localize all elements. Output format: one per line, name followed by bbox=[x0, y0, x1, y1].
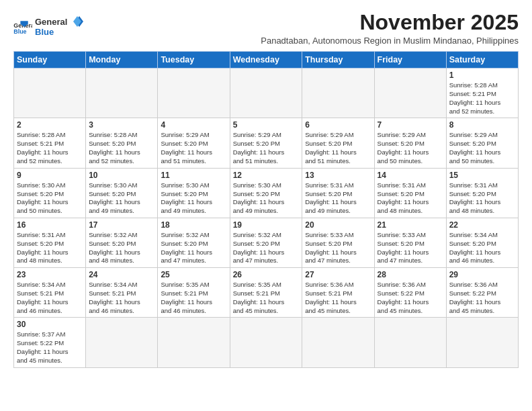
day-number: 5 bbox=[233, 120, 300, 130]
calendar-cell: 25Sunrise: 5:35 AM Sunset: 5:21 PM Dayli… bbox=[158, 268, 230, 318]
day-info: Sunrise: 5:30 AM Sunset: 5:20 PM Dayligh… bbox=[233, 181, 300, 216]
weekday-header-friday: Friday bbox=[374, 52, 446, 68]
day-number: 12 bbox=[233, 171, 300, 180]
logo: General Blue General Blue bbox=[13, 15, 83, 42]
calendar-cell: 3Sunrise: 5:28 AM Sunset: 5:20 PM Daylig… bbox=[86, 118, 158, 168]
calendar-week-1: 1Sunrise: 5:28 AM Sunset: 5:21 PM Daylig… bbox=[14, 68, 519, 118]
month-title: November 2025 bbox=[261, 11, 519, 34]
title-area: November 2025 Panadtaban, Autonomous Reg… bbox=[261, 11, 519, 46]
calendar-cell bbox=[374, 318, 446, 367]
weekday-header-thursday: Thursday bbox=[302, 52, 374, 68]
svg-text:Blue: Blue bbox=[13, 28, 26, 35]
calendar-cell: 1Sunrise: 5:28 AM Sunset: 5:21 PM Daylig… bbox=[446, 68, 518, 118]
day-info: Sunrise: 5:29 AM Sunset: 5:20 PM Dayligh… bbox=[449, 131, 515, 165]
weekday-header-sunday: Sunday bbox=[14, 52, 86, 68]
day-info: Sunrise: 5:30 AM Sunset: 5:20 PM Dayligh… bbox=[89, 181, 154, 216]
calendar-cell: 24Sunrise: 5:34 AM Sunset: 5:21 PM Dayli… bbox=[86, 268, 158, 318]
day-info: Sunrise: 5:36 AM Sunset: 5:21 PM Dayligh… bbox=[305, 281, 371, 315]
day-number: 2 bbox=[17, 120, 83, 130]
weekday-header-tuesday: Tuesday bbox=[158, 52, 230, 68]
weekday-header-row: SundayMondayTuesdayWednesdayThursdayFrid… bbox=[14, 52, 519, 68]
svg-text:Blue: Blue bbox=[35, 27, 54, 37]
day-info: Sunrise: 5:36 AM Sunset: 5:22 PM Dayligh… bbox=[449, 281, 515, 315]
day-number: 18 bbox=[161, 220, 226, 230]
header: General Blue General Blue November 2025 … bbox=[13, 11, 519, 46]
calendar-cell: 5Sunrise: 5:29 AM Sunset: 5:20 PM Daylig… bbox=[230, 118, 302, 168]
day-info: Sunrise: 5:34 AM Sunset: 5:21 PM Dayligh… bbox=[17, 281, 83, 315]
calendar-cell: 23Sunrise: 5:34 AM Sunset: 5:21 PM Dayli… bbox=[14, 268, 86, 318]
calendar-cell bbox=[446, 318, 518, 367]
calendar-cell: 26Sunrise: 5:35 AM Sunset: 5:21 PM Dayli… bbox=[230, 268, 302, 318]
calendar-week-5: 23Sunrise: 5:34 AM Sunset: 5:21 PM Dayli… bbox=[14, 268, 519, 318]
day-number: 16 bbox=[17, 220, 83, 230]
day-info: Sunrise: 5:33 AM Sunset: 5:20 PM Dayligh… bbox=[305, 231, 371, 265]
day-number: 1 bbox=[449, 71, 515, 80]
day-info: Sunrise: 5:28 AM Sunset: 5:20 PM Dayligh… bbox=[89, 131, 154, 165]
day-info: Sunrise: 5:33 AM Sunset: 5:20 PM Dayligh… bbox=[378, 231, 443, 265]
day-info: Sunrise: 5:30 AM Sunset: 5:20 PM Dayligh… bbox=[161, 181, 226, 216]
calendar-cell: 19Sunrise: 5:32 AM Sunset: 5:20 PM Dayli… bbox=[230, 218, 302, 267]
calendar-cell: 9Sunrise: 5:30 AM Sunset: 5:20 PM Daylig… bbox=[14, 168, 86, 218]
day-number: 22 bbox=[449, 220, 515, 230]
calendar-cell bbox=[302, 318, 374, 367]
calendar-cell: 14Sunrise: 5:31 AM Sunset: 5:20 PM Dayli… bbox=[374, 168, 446, 218]
subtitle: Panadtaban, Autonomous Region in Muslim … bbox=[261, 36, 519, 46]
day-number: 19 bbox=[233, 220, 300, 230]
day-number: 24 bbox=[89, 270, 154, 279]
day-number: 21 bbox=[378, 220, 443, 230]
logo-icon: General Blue bbox=[13, 21, 32, 36]
day-info: Sunrise: 5:32 AM Sunset: 5:20 PM Dayligh… bbox=[161, 231, 226, 265]
weekday-header-wednesday: Wednesday bbox=[230, 52, 302, 68]
day-info: Sunrise: 5:34 AM Sunset: 5:20 PM Dayligh… bbox=[449, 231, 515, 265]
calendar-cell: 13Sunrise: 5:31 AM Sunset: 5:20 PM Dayli… bbox=[302, 168, 374, 218]
day-info: Sunrise: 5:31 AM Sunset: 5:20 PM Dayligh… bbox=[449, 181, 515, 216]
day-number: 8 bbox=[449, 120, 515, 130]
calendar-cell: 10Sunrise: 5:30 AM Sunset: 5:20 PM Dayli… bbox=[86, 168, 158, 218]
logo-svg: General Blue bbox=[35, 15, 83, 39]
day-number: 26 bbox=[233, 270, 300, 279]
day-number: 15 bbox=[449, 171, 515, 180]
calendar-cell bbox=[86, 318, 158, 367]
day-number: 23 bbox=[17, 270, 83, 279]
calendar-cell: 27Sunrise: 5:36 AM Sunset: 5:21 PM Dayli… bbox=[302, 268, 374, 318]
calendar-cell bbox=[230, 68, 302, 118]
calendar-cell: 21Sunrise: 5:33 AM Sunset: 5:20 PM Dayli… bbox=[374, 218, 446, 267]
day-info: Sunrise: 5:35 AM Sunset: 5:21 PM Dayligh… bbox=[161, 281, 226, 315]
calendar-cell: 20Sunrise: 5:33 AM Sunset: 5:20 PM Dayli… bbox=[302, 218, 374, 267]
day-number: 6 bbox=[305, 120, 371, 130]
calendar-cell bbox=[374, 68, 446, 118]
day-number: 11 bbox=[161, 171, 226, 180]
day-info: Sunrise: 5:28 AM Sunset: 5:21 PM Dayligh… bbox=[17, 131, 83, 165]
calendar-cell: 12Sunrise: 5:30 AM Sunset: 5:20 PM Dayli… bbox=[230, 168, 302, 218]
calendar-body: 1Sunrise: 5:28 AM Sunset: 5:21 PM Daylig… bbox=[14, 68, 519, 368]
day-info: Sunrise: 5:29 AM Sunset: 5:20 PM Dayligh… bbox=[378, 131, 443, 165]
day-info: Sunrise: 5:32 AM Sunset: 5:20 PM Dayligh… bbox=[233, 231, 300, 265]
calendar-table: SundayMondayTuesdayWednesdayThursdayFrid… bbox=[13, 51, 519, 368]
day-info: Sunrise: 5:29 AM Sunset: 5:20 PM Dayligh… bbox=[305, 131, 371, 165]
calendar-week-6: 30Sunrise: 5:37 AM Sunset: 5:22 PM Dayli… bbox=[14, 318, 519, 367]
day-info: Sunrise: 5:34 AM Sunset: 5:21 PM Dayligh… bbox=[89, 281, 154, 315]
day-number: 14 bbox=[378, 171, 443, 180]
calendar-cell: 6Sunrise: 5:29 AM Sunset: 5:20 PM Daylig… bbox=[302, 118, 374, 168]
day-number: 10 bbox=[89, 171, 154, 180]
calendar-cell bbox=[158, 318, 230, 367]
calendar-cell bbox=[86, 68, 158, 118]
day-number: 27 bbox=[305, 270, 371, 279]
calendar-cell: 30Sunrise: 5:37 AM Sunset: 5:22 PM Dayli… bbox=[14, 318, 86, 367]
calendar-header: SundayMondayTuesdayWednesdayThursdayFrid… bbox=[14, 52, 519, 68]
day-number: 29 bbox=[449, 270, 515, 279]
day-info: Sunrise: 5:29 AM Sunset: 5:20 PM Dayligh… bbox=[161, 131, 226, 165]
day-info: Sunrise: 5:31 AM Sunset: 5:20 PM Dayligh… bbox=[378, 181, 443, 216]
day-info: Sunrise: 5:32 AM Sunset: 5:20 PM Dayligh… bbox=[89, 231, 154, 265]
day-number: 17 bbox=[89, 220, 154, 230]
calendar-cell: 11Sunrise: 5:30 AM Sunset: 5:20 PM Dayli… bbox=[158, 168, 230, 218]
day-number: 4 bbox=[161, 120, 226, 130]
calendar-cell: 18Sunrise: 5:32 AM Sunset: 5:20 PM Dayli… bbox=[158, 218, 230, 267]
svg-text:General: General bbox=[35, 17, 67, 27]
calendar-cell: 4Sunrise: 5:29 AM Sunset: 5:20 PM Daylig… bbox=[158, 118, 230, 168]
calendar-cell: 28Sunrise: 5:36 AM Sunset: 5:22 PM Dayli… bbox=[374, 268, 446, 318]
calendar-week-2: 2Sunrise: 5:28 AM Sunset: 5:21 PM Daylig… bbox=[14, 118, 519, 168]
calendar-cell: 22Sunrise: 5:34 AM Sunset: 5:20 PM Dayli… bbox=[446, 218, 518, 267]
calendar-cell: 2Sunrise: 5:28 AM Sunset: 5:21 PM Daylig… bbox=[14, 118, 86, 168]
day-number: 20 bbox=[305, 220, 371, 230]
